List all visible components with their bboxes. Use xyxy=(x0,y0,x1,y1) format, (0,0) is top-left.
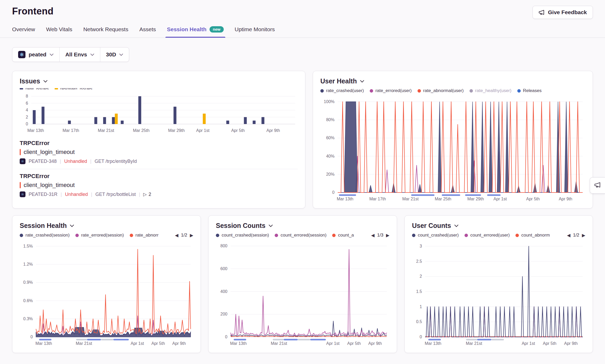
date-range-selector[interactable]: 30D xyxy=(100,47,129,62)
pager-next-icon[interactable]: ▶ xyxy=(386,233,389,238)
svg-text:Mar 13th: Mar 13th xyxy=(337,197,353,201)
issue-short-id[interactable]: PEATED-348 xyxy=(29,159,57,164)
svg-text:2: 2 xyxy=(420,274,422,279)
svg-text:0: 0 xyxy=(26,122,28,126)
legend-dot xyxy=(517,89,521,93)
session-health-chart[interactable]: 00.3%0.6%0.9%1.2%1.5%Mar 13thMar 21stApr… xyxy=(20,240,193,346)
legend-item[interactable]: count_crashed(session) xyxy=(216,233,269,238)
legend-item[interactable]: resolved_issues xyxy=(55,88,92,89)
project-icon: ⚛ xyxy=(18,51,25,58)
feedback-widget-button[interactable] xyxy=(590,177,605,194)
user-health-chart[interactable]: 020%40%60%80%100%Mar 13thMar 17thMar 21s… xyxy=(320,95,585,202)
legend-dot xyxy=(332,234,336,237)
chevron-down-icon xyxy=(360,80,364,83)
give-feedback-button[interactable]: Give Feedback xyxy=(533,6,593,19)
session-counts-panel-header[interactable]: Session Counts xyxy=(216,222,389,229)
legend-item[interactable]: count_errored(user) xyxy=(465,233,510,238)
tab-uptime-monitors[interactable]: Uptime Monitors xyxy=(235,26,275,38)
svg-text:Mar 29th: Mar 29th xyxy=(168,128,185,133)
pager-next-icon[interactable]: ▶ xyxy=(582,233,585,238)
issues-list: TRPCError client_login_timeout ⚛ PEATED-… xyxy=(20,136,298,202)
svg-text:0: 0 xyxy=(332,190,335,195)
error-level-indicator xyxy=(20,149,21,155)
legend-item[interactable]: rate_errored(session) xyxy=(75,233,124,238)
svg-text:60%: 60% xyxy=(326,136,335,140)
pager-prev-icon[interactable]: ◀ xyxy=(371,233,374,238)
legend-item[interactable]: count_a xyxy=(332,233,354,238)
user-counts-panel-header[interactable]: User Counts xyxy=(412,222,585,229)
svg-text:Apr 5th: Apr 5th xyxy=(347,341,361,346)
legend-item[interactable]: rate_abnorr xyxy=(130,233,159,238)
tab-network-requests[interactable]: Network Requests xyxy=(83,26,128,38)
replay-count[interactable]: ▷ 2 xyxy=(143,192,151,197)
chevron-down-icon xyxy=(119,53,123,56)
user-counts-chart[interactable]: 00.511.522.53Mar 13thMar 21stApr 1stApr … xyxy=(412,240,585,346)
issues-bar-chart[interactable]: 02468Mar 13thMar 17thMar 21stMar 25thMar… xyxy=(20,92,298,133)
svg-text:1: 1 xyxy=(420,304,422,309)
legend-item[interactable]: Releases xyxy=(517,88,542,93)
issues-panel-header[interactable]: Issues xyxy=(20,77,298,85)
unhandled-tag: Unhandled xyxy=(64,159,87,164)
svg-text:400: 400 xyxy=(220,289,227,294)
svg-text:Apr 1st: Apr 1st xyxy=(522,341,535,346)
legend-pager: ◀ 1/3 ▶ xyxy=(368,233,389,238)
svg-text:Apr 9th: Apr 9th xyxy=(559,197,572,201)
legend-dot xyxy=(412,234,415,237)
legend-dot xyxy=(320,89,324,93)
svg-text:Mar 17th: Mar 17th xyxy=(62,128,79,133)
chevron-down-icon xyxy=(269,224,273,227)
pager-prev-icon[interactable]: ◀ xyxy=(567,233,570,238)
legend-item[interactable]: rate_healthy(user) xyxy=(470,88,512,93)
issue-type[interactable]: TRPCError xyxy=(20,140,298,147)
svg-text:Apr 5th: Apr 5th xyxy=(543,341,556,346)
svg-text:Apr 1st: Apr 1st xyxy=(131,341,144,346)
issue-short-id[interactable]: PEATED-31R xyxy=(29,192,58,197)
svg-text:Mar 13th: Mar 13th xyxy=(230,341,247,346)
legend-item[interactable]: new_issues xyxy=(20,88,49,89)
page-header: Frontend Give Feedback xyxy=(0,0,605,19)
svg-text:2.5: 2.5 xyxy=(416,259,422,264)
svg-text:0.6%: 0.6% xyxy=(23,298,33,303)
legend-item[interactable]: rate_abnormal(user) xyxy=(418,88,464,93)
new-badge: new xyxy=(210,26,223,33)
tab-session-health[interactable]: Session Health new xyxy=(167,26,224,38)
session-counts-chart[interactable]: 0200400600800Mar 13thMar 21stApr 1stApr … xyxy=(216,240,389,346)
legend-dot xyxy=(55,88,58,89)
svg-text:0.5: 0.5 xyxy=(416,319,422,324)
svg-text:Apr 9th: Apr 9th xyxy=(368,341,382,346)
session-counts-panel: Session Counts count_crashed(session) co… xyxy=(208,215,397,353)
issue-type[interactable]: TRPCError xyxy=(20,173,298,180)
svg-text:0: 0 xyxy=(30,335,33,339)
pager-prev-icon[interactable]: ◀ xyxy=(175,233,178,238)
legend-item[interactable]: count_crashed(user) xyxy=(412,233,459,238)
legend-pager: ◀ 1/2 ▶ xyxy=(172,233,193,238)
project-icon: ⚛ xyxy=(20,158,25,164)
svg-text:Apr 1st: Apr 1st xyxy=(493,197,507,201)
tab-assets[interactable]: Assets xyxy=(139,26,156,38)
issue-row[interactable]: TRPCError client_login_timeout ⚛ PEATED-… xyxy=(20,136,298,169)
chevron-down-icon xyxy=(43,80,48,83)
legend-item[interactable]: rate_crashed(session) xyxy=(20,233,70,238)
pager-next-icon[interactable]: ▶ xyxy=(190,233,193,238)
user-health-panel-header[interactable]: User Health xyxy=(320,77,585,85)
session-health-panel: Session Health rate_crashed(session) rat… xyxy=(12,215,201,353)
legend-dot xyxy=(130,234,133,237)
tab-web-vitals[interactable]: Web Vitals xyxy=(46,26,72,38)
tab-overview[interactable]: Overview xyxy=(12,26,35,38)
svg-text:Mar 21st: Mar 21st xyxy=(271,341,287,346)
svg-text:600: 600 xyxy=(220,266,227,271)
session-health-panel-header[interactable]: Session Health xyxy=(20,222,193,229)
environment-selector[interactable]: All Envs xyxy=(59,47,100,62)
legend-item[interactable]: count_errored(session) xyxy=(275,233,326,238)
svg-text:0.3%: 0.3% xyxy=(23,317,33,321)
play-icon: ▷ xyxy=(143,192,147,197)
issue-row[interactable]: TRPCError client_login_timeout ⚛ PEATED-… xyxy=(20,169,298,202)
svg-text:2: 2 xyxy=(26,115,28,119)
legend-item[interactable]: rate_errored(user) xyxy=(370,88,412,93)
megaphone-icon xyxy=(594,181,601,189)
legend-item[interactable]: rate_crashed(user) xyxy=(320,88,364,93)
legend-item[interactable]: count_abnorm xyxy=(515,233,550,238)
project-selector[interactable]: ⚛ peated xyxy=(12,47,59,62)
session-health-panel-title: Session Health xyxy=(20,222,67,229)
legend-dot xyxy=(418,89,421,93)
